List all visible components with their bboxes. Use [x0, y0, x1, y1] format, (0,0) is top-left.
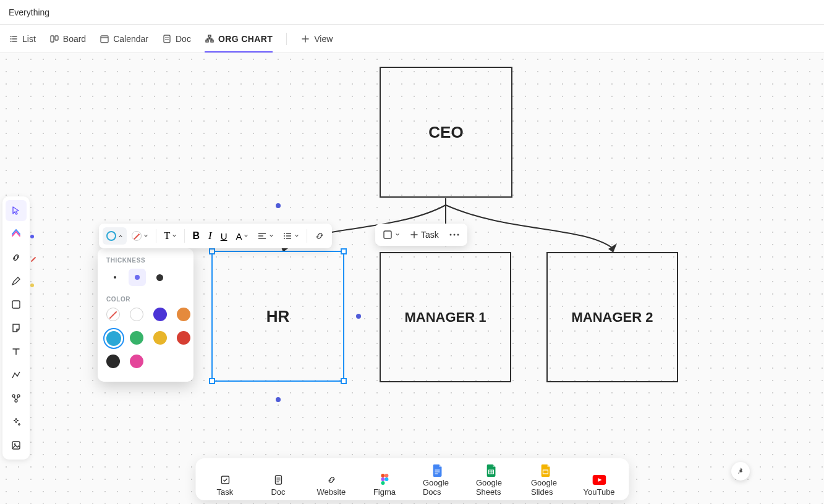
dot-medium-icon [135, 275, 140, 280]
color-green[interactable] [130, 331, 143, 345]
app-doc-label: Doc [271, 487, 285, 497]
stroke-popover: THICKNESS COLOR [98, 248, 193, 382]
list-button[interactable] [279, 227, 303, 245]
svg-point-19 [457, 234, 459, 236]
tool-shape[interactable] [6, 294, 27, 315]
align-button[interactable] [253, 227, 278, 245]
resize-handle-sw[interactable] [209, 378, 215, 384]
separator [184, 229, 185, 243]
gsheets-icon [486, 464, 496, 477]
tab-add-view[interactable]: View [300, 34, 333, 44]
app-google-slides[interactable]: Google Slides [531, 463, 561, 497]
color-cyan[interactable] [106, 331, 121, 346]
shape-type-button[interactable] [379, 226, 404, 243]
tab-doc-label: Doc [176, 34, 191, 44]
app-website[interactable]: Website [316, 472, 346, 497]
thickness-thin[interactable] [106, 269, 124, 286]
pen-icon [11, 275, 22, 287]
whiteboard-canvas[interactable]: CEO HR MANAGER 1 MANAGER 2 [0, 53, 824, 504]
square-icon [11, 299, 22, 310]
app-google-sheets[interactable]: Google Sheets [476, 463, 508, 497]
color-none[interactable] [106, 308, 120, 321]
chevron-down-icon [172, 233, 177, 238]
color-violet[interactable] [153, 308, 167, 321]
svg-point-12 [14, 443, 16, 445]
add-task-button[interactable]: Task [406, 226, 443, 243]
underline-icon: U [221, 231, 227, 242]
clickup-icon [11, 229, 22, 240]
color-red[interactable] [177, 331, 190, 345]
tool-link[interactable] [6, 247, 27, 268]
tool-clickup[interactable] [6, 224, 27, 245]
tool-diagram[interactable] [6, 388, 27, 409]
plus-icon [300, 34, 310, 44]
link-icon [11, 252, 22, 263]
tool-connector[interactable] [6, 364, 27, 385]
color-white[interactable] [130, 308, 143, 321]
tab-calendar[interactable]: Calendar [100, 34, 148, 44]
chevron-down-icon [143, 233, 148, 238]
app-gsheets-label: Google Sheets [476, 478, 508, 497]
italic-button[interactable]: I [205, 226, 216, 246]
bold-icon: B [192, 230, 200, 242]
chevron-down-icon [395, 232, 400, 237]
node-hr-label: HR [266, 307, 290, 326]
svg-point-24 [381, 477, 384, 481]
app-doc[interactable]: Doc [263, 472, 293, 497]
node-hr[interactable]: HR [211, 251, 344, 382]
bottom-app-bar: Task Doc Website Figma Google Docs Googl… [195, 458, 629, 500]
font-button[interactable]: T [160, 226, 181, 246]
underline-button[interactable]: U [217, 227, 231, 245]
link-button[interactable] [311, 227, 328, 245]
calendar-icon [100, 34, 109, 44]
left-toolbar [2, 196, 30, 460]
tab-board[interactable]: Board [49, 34, 86, 44]
app-website-label: Website [317, 487, 346, 497]
fill-color-button[interactable] [128, 227, 152, 245]
text-icon [11, 346, 22, 357]
board-icon [49, 34, 59, 44]
app-google-docs[interactable]: Google Docs [423, 463, 452, 497]
gdocs-icon [433, 464, 443, 477]
bold-button[interactable]: B [189, 227, 203, 245]
tab-list[interactable]: List [9, 34, 36, 44]
gslides-icon [541, 464, 551, 477]
tool-image[interactable] [6, 435, 27, 456]
svg-point-14 [284, 235, 285, 237]
tool-select[interactable] [6, 200, 27, 221]
text-color-button[interactable]: A [232, 227, 252, 245]
thickness-thick[interactable] [151, 269, 168, 286]
tool-ai[interactable] [6, 411, 27, 432]
pin-button[interactable] [731, 462, 750, 481]
svg-rect-7 [12, 301, 20, 308]
figma-icon [380, 474, 389, 486]
app-figma[interactable]: Figma [370, 472, 399, 497]
thickness-options [106, 269, 185, 286]
more-button[interactable] [445, 229, 464, 240]
thickness-medium[interactable] [129, 269, 146, 286]
tab-orgchart[interactable]: ORG CHART [205, 34, 273, 44]
app-task[interactable]: Task [210, 472, 240, 497]
stroke-color-button[interactable] [103, 227, 127, 245]
no-fill-icon [132, 231, 142, 241]
svg-point-25 [384, 477, 388, 481]
color-orange[interactable] [177, 308, 190, 321]
shape-toolbar: Task [375, 224, 467, 246]
resize-handle-nw[interactable] [209, 248, 215, 254]
svg-rect-4 [208, 35, 211, 37]
color-yellow[interactable] [153, 331, 167, 345]
more-icon [449, 233, 460, 237]
tab-doc[interactable]: Doc [162, 34, 191, 44]
tool-pen[interactable] [6, 271, 27, 292]
doc-icon [273, 474, 284, 485]
tool-text[interactable] [6, 341, 27, 362]
app-youtube[interactable]: YouTube [584, 472, 614, 497]
color-black[interactable] [106, 355, 120, 368]
resize-handle-ne[interactable] [341, 248, 347, 254]
svg-rect-5 [206, 40, 208, 42]
color-pink[interactable] [130, 355, 143, 368]
separator [307, 229, 307, 243]
resize-handle-se[interactable] [341, 378, 347, 384]
tool-sticky[interactable] [6, 317, 27, 338]
add-task-label: Task [421, 230, 439, 240]
